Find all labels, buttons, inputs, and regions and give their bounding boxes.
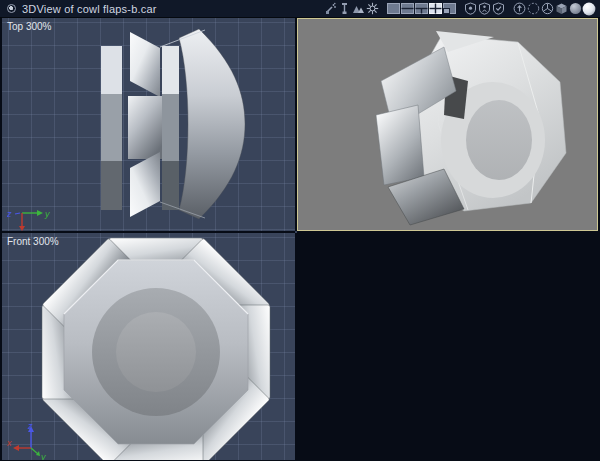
layout-four-pane-icon[interactable] bbox=[428, 2, 442, 16]
layout-corner-pane-icon[interactable] bbox=[442, 2, 456, 16]
matte-sphere-icon[interactable] bbox=[568, 2, 582, 16]
svg-text:y: y bbox=[40, 452, 46, 460]
layout-icon-group bbox=[386, 2, 456, 16]
svg-text:x: x bbox=[7, 438, 12, 448]
svg-text:z: z bbox=[7, 209, 12, 219]
model-camera-view[interactable] bbox=[298, 19, 597, 230]
dashed-circle-icon[interactable] bbox=[526, 2, 540, 16]
viewport-top[interactable]: Top 300% y z bbox=[2, 18, 295, 231]
3dview-window: 3DView of cowl flaps-b.car bbox=[0, 0, 600, 461]
shield-figure-icon[interactable] bbox=[477, 2, 491, 16]
spray-tool-icon[interactable] bbox=[323, 2, 337, 16]
title-bar: 3DView of cowl flaps-b.car bbox=[0, 0, 600, 18]
window-title: 3DView of cowl flaps-b.car bbox=[22, 3, 157, 15]
svg-text:y: y bbox=[44, 209, 50, 219]
viewport-camera[interactable] bbox=[297, 18, 598, 231]
viewport-front-label: Front 300% bbox=[7, 236, 59, 247]
shield-dot-icon[interactable] bbox=[463, 2, 477, 16]
shaded-sphere-icon[interactable] bbox=[582, 2, 596, 16]
viewport-left[interactable]: Left 300% z y x bbox=[295, 231, 297, 233]
axis-indicator-front: z x y bbox=[7, 420, 55, 460]
model-top-view[interactable] bbox=[2, 18, 295, 231]
wireframe-sphere-icon[interactable] bbox=[540, 2, 554, 16]
plumb-tool-icon[interactable] bbox=[337, 2, 351, 16]
layout-three-pane-icon[interactable] bbox=[414, 2, 428, 16]
circled-arrow-icon[interactable] bbox=[512, 2, 526, 16]
layout-hsplit-icon[interactable] bbox=[400, 2, 414, 16]
burst-icon[interactable] bbox=[365, 2, 379, 16]
layout-single-icon[interactable] bbox=[386, 2, 400, 16]
viewport-splitter-center[interactable] bbox=[297, 231, 598, 233]
model-left-view[interactable] bbox=[295, 231, 297, 233]
cube-icon[interactable] bbox=[554, 2, 568, 16]
badge-icon-group bbox=[463, 2, 505, 16]
display-icon-group bbox=[512, 2, 596, 16]
axis-indicator-top: y z bbox=[7, 204, 53, 231]
viewport-top-label: Top 300% bbox=[7, 21, 51, 32]
mountains-icon[interactable] bbox=[351, 2, 365, 16]
viewport-front[interactable]: Front 300% bbox=[2, 233, 295, 460]
window-knob-icon[interactable] bbox=[7, 4, 16, 13]
tool-icon-group bbox=[323, 2, 379, 16]
shield-check-icon[interactable] bbox=[491, 2, 505, 16]
svg-text:z: z bbox=[27, 421, 33, 431]
viewport-grid: Top 300% y z bbox=[0, 18, 600, 461]
